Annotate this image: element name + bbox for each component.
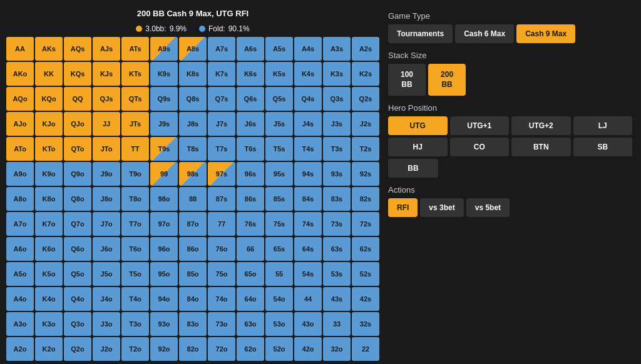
cell-a4s[interactable]: A4s: [294, 37, 322, 61]
cell-a2o[interactable]: A2o: [6, 337, 34, 361]
cell-t5s[interactable]: T5s: [265, 137, 293, 161]
cell-t9s[interactable]: T9s: [150, 137, 178, 161]
cell-87s[interactable]: 87s: [208, 187, 235, 211]
cell-54o[interactable]: 54o: [265, 287, 293, 311]
cell-84o[interactable]: 84o: [179, 287, 207, 311]
cell-aks[interactable]: AKs: [35, 37, 63, 61]
cell-a5s[interactable]: A5s: [265, 37, 293, 61]
cell-t6s[interactable]: T6s: [237, 137, 264, 161]
cell-85s[interactable]: 85s: [265, 187, 293, 211]
cell-62s[interactable]: 62s: [352, 237, 379, 261]
cell-53s[interactable]: 53s: [323, 262, 351, 286]
cell-76o[interactable]: 76o: [208, 237, 235, 261]
cell-k2o[interactable]: K2o: [35, 337, 63, 361]
cell-32s[interactable]: 32s: [352, 312, 379, 336]
cell-a3s[interactable]: A3s: [323, 37, 351, 61]
cell-k8o[interactable]: K8o: [35, 187, 63, 211]
cell-74o[interactable]: 74o: [208, 287, 235, 311]
cell-k9o[interactable]: K9o: [35, 162, 63, 186]
cell-ako[interactable]: AKo: [6, 62, 34, 86]
btn-tournaments[interactable]: Tournaments: [388, 24, 453, 43]
cell-k9s[interactable]: K9s: [150, 62, 178, 86]
cell-33[interactable]: 33: [323, 312, 351, 336]
cell-k7s[interactable]: K7s: [208, 62, 235, 86]
cell-52o[interactable]: 52o: [265, 337, 293, 361]
cell-j9o[interactable]: J9o: [93, 162, 120, 186]
cell-64s[interactable]: 64s: [294, 237, 322, 261]
cell-q8s[interactable]: Q8s: [179, 87, 207, 111]
cell-t2o[interactable]: T2o: [121, 337, 149, 361]
cell-q6s[interactable]: Q6s: [237, 87, 264, 111]
cell-kqs[interactable]: KQs: [64, 62, 91, 86]
btn-200bb[interactable]: 200BB: [428, 64, 466, 96]
cell-t3s[interactable]: T3s: [323, 137, 351, 161]
cell-64o[interactable]: 64o: [237, 287, 264, 311]
cell-j4o[interactable]: J4o: [93, 287, 120, 311]
btn-co[interactable]: CO: [450, 138, 510, 156]
cell-93o[interactable]: 93o: [150, 312, 178, 336]
cell-q5o[interactable]: Q5o: [64, 262, 91, 286]
cell-jto[interactable]: JTo: [93, 137, 120, 161]
cell-73s[interactable]: 73s: [323, 212, 351, 236]
cell-76s[interactable]: 76s: [237, 212, 264, 236]
cell-t7o[interactable]: T7o: [121, 212, 149, 236]
btn-btn[interactable]: BTN: [511, 138, 571, 156]
cell-aqs[interactable]: AQs: [64, 37, 91, 61]
cell-qts[interactable]: QTs: [121, 87, 149, 111]
cell-j8s[interactable]: J8s: [179, 112, 207, 136]
btn-utg1[interactable]: UTG+1: [450, 116, 510, 135]
btn-vs3bet[interactable]: vs 3bet: [420, 198, 463, 217]
cell-aa[interactable]: AA: [6, 37, 34, 61]
cell-85o[interactable]: 85o: [179, 262, 207, 286]
cell-98o[interactable]: 98o: [150, 187, 178, 211]
cell-qq[interactable]: QQ: [64, 87, 91, 111]
cell-k5s[interactable]: K5s: [265, 62, 293, 86]
cell-63s[interactable]: 63s: [323, 237, 351, 261]
cell-65o[interactable]: 65o: [237, 262, 264, 286]
cell-j7o[interactable]: J7o: [93, 212, 120, 236]
cell-j2s[interactable]: J2s: [352, 112, 379, 136]
cell-ats[interactable]: ATs: [121, 37, 149, 61]
cell-q8o[interactable]: Q8o: [64, 187, 91, 211]
cell-63o[interactable]: 63o: [237, 312, 264, 336]
cell-22[interactable]: 22: [352, 337, 379, 361]
cell-93s[interactable]: 93s: [323, 162, 351, 186]
btn-100bb[interactable]: 100BB: [388, 64, 426, 96]
btn-cash6max[interactable]: Cash 6 Max: [455, 24, 514, 43]
cell-q7o[interactable]: Q7o: [64, 212, 91, 236]
cell-tt[interactable]: TT: [121, 137, 149, 161]
cell-75s[interactable]: 75s: [265, 212, 293, 236]
cell-97o[interactable]: 97o: [150, 212, 178, 236]
cell-kk[interactable]: KK: [35, 62, 63, 86]
cell-84s[interactable]: 84s: [294, 187, 322, 211]
btn-hj[interactable]: HJ: [388, 138, 448, 156]
btn-cash9max[interactable]: Cash 9 Max: [516, 24, 575, 43]
cell-a6s[interactable]: A6s: [237, 37, 264, 61]
cell-53o[interactable]: 53o: [265, 312, 293, 336]
btn-rfi[interactable]: RFI: [388, 198, 418, 217]
cell-74s[interactable]: 74s: [294, 212, 322, 236]
cell-86s[interactable]: 86s: [237, 187, 264, 211]
cell-qto[interactable]: QTo: [64, 137, 91, 161]
cell-ajs[interactable]: AJs: [93, 37, 120, 61]
cell-62o[interactable]: 62o: [237, 337, 264, 361]
cell-kqo[interactable]: KQo: [35, 87, 63, 111]
cell-t3o[interactable]: T3o: [121, 312, 149, 336]
cell-aqo[interactable]: AQo: [6, 87, 34, 111]
cell-t9o[interactable]: T9o: [121, 162, 149, 186]
cell-95o[interactable]: 95o: [150, 262, 178, 286]
cell-j3s[interactable]: J3s: [323, 112, 351, 136]
cell-q4s[interactable]: Q4s: [294, 87, 322, 111]
cell-jts[interactable]: JTs: [121, 112, 149, 136]
cell-a9o[interactable]: A9o: [6, 162, 34, 186]
cell-83s[interactable]: 83s: [323, 187, 351, 211]
cell-j5s[interactable]: J5s: [265, 112, 293, 136]
cell-99[interactable]: 99: [150, 162, 178, 186]
cell-k8s[interactable]: K8s: [179, 62, 207, 86]
cell-a6o[interactable]: A6o: [6, 237, 34, 261]
cell-k4o[interactable]: K4o: [35, 287, 63, 311]
cell-kts[interactable]: KTs: [121, 62, 149, 86]
btn-bb[interactable]: BB: [388, 159, 438, 178]
cell-k4s[interactable]: K4s: [294, 62, 322, 86]
btn-sb[interactable]: SB: [573, 138, 633, 156]
